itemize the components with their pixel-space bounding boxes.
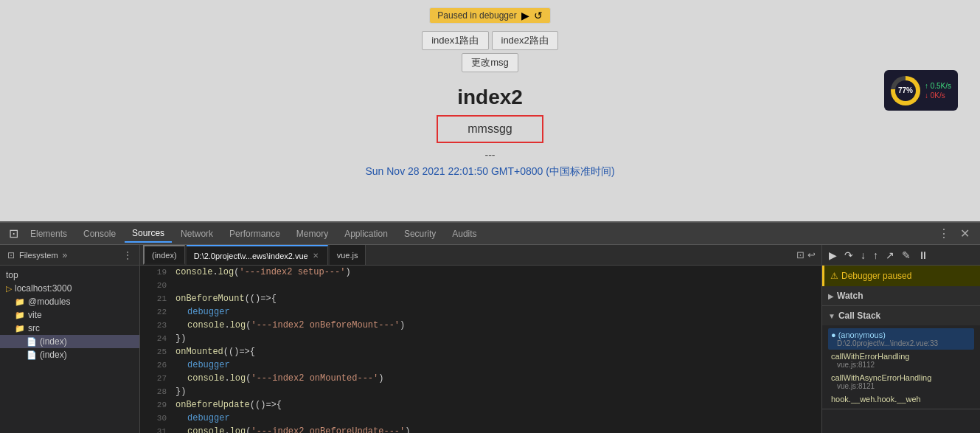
paused-banner: Paused in debugger ▶ ↺ (429, 7, 550, 24)
editor-tab-index[interactable]: (index) (143, 245, 185, 265)
timestamp: Sun Nov 28 2021 22:01:50 GMT+0800 (中国标准时… (365, 165, 614, 179)
watch-section: ▶ Watch (822, 286, 980, 306)
filesystem-label: Filesystem (16, 251, 61, 260)
call-stack-header[interactable]: ▼ Call Stack (822, 306, 980, 325)
code-line-26: 26 debugger (140, 358, 821, 372)
tab-application[interactable]: Application (337, 226, 395, 242)
sidebar-expand-icon[interactable]: » (61, 249, 69, 262)
code-line-20: 20 (140, 279, 821, 292)
code-line-29: 29 onBeforeUpdate(()=>{ (140, 398, 821, 412)
code-line-23: 23 console.log('---index2 onBeforeMount-… (140, 319, 821, 332)
tree-item-vite[interactable]: 📁 vite (0, 308, 139, 322)
network-circle: 77% (891, 76, 920, 105)
step-btn[interactable]: ↗ (883, 248, 897, 263)
code-line-31: 31 console.log('---index2 onBeforeUpdate… (140, 425, 821, 433)
update-msg-button[interactable]: 更改msg (462, 53, 518, 72)
tab-sources[interactable]: Sources (125, 225, 172, 243)
format-icon[interactable]: ⊡ (796, 249, 804, 260)
tree-item-index2[interactable]: 📄 (index) (0, 348, 139, 361)
code-line-22: 22 debugger (140, 305, 821, 319)
update-button-row: 更改msg (462, 53, 518, 72)
index1-route-button[interactable]: index1路由 (422, 31, 488, 50)
code-line-19: 19 console.log('---index2 setup---') (140, 266, 821, 279)
call-stack-item-callwithasync[interactable]: callWithAsyncErrorHandling vue.js:8121 (828, 371, 974, 392)
call-stack-section: ▼ Call Stack ● (anonymous) D:\2.0project… (822, 306, 980, 409)
resume-button[interactable]: ▶ (521, 10, 529, 21)
step-over-btn[interactable]: ↷ (842, 248, 855, 263)
wrap-icon[interactable]: ↩ (807, 249, 816, 260)
call-stack-label: Call Stack (838, 311, 880, 321)
debug-panel: ▶ ↷ ↓ ↑ ↗ ✎ ⏸ ⚠ Debugger paused ▶ Watch (821, 245, 980, 433)
debug-toolbar: ▶ ↷ ↓ ↑ ↗ ✎ ⏸ (822, 245, 980, 266)
tree-item-top[interactable]: top (0, 269, 139, 282)
watch-arrow-icon: ▶ (828, 292, 834, 300)
sidebar-header: ⊡ Filesystem » ⋮ (0, 245, 139, 266)
step-button[interactable]: ↺ (534, 10, 543, 21)
call-stack-arrow-icon: ▼ (828, 312, 835, 320)
devtools: ⊡ Elements Console Sources Network Perfo… (0, 221, 980, 433)
debugger-status: ⚠ Debugger paused (822, 266, 980, 286)
message-box: mmssgg (437, 115, 543, 143)
code-area: 19 console.log('---index2 setup---') 20 … (140, 266, 821, 433)
editor-tabs: (index) D:\2.0project\v...ews\index2.vue… (140, 245, 821, 266)
file-tree: top ▷ localhost:3000 📁 @modules 📁 vite 📁… (0, 266, 139, 433)
tab-close-icon[interactable]: ✕ (311, 252, 320, 260)
tab-security[interactable]: Security (397, 226, 443, 242)
call-stack-item-anonymous[interactable]: ● (anonymous) D:\2.0project\v...\index2.… (828, 328, 974, 350)
tree-item-modules[interactable]: 📁 @modules (0, 295, 139, 308)
editor-right-toolbar: ⊡ ↩ (793, 249, 819, 260)
file-sidebar: ⊡ Filesystem » ⋮ top ▷ localhost:3000 📁 … (0, 245, 140, 433)
code-line-27: 27 console.log('---index2 onMounted---') (140, 372, 821, 385)
separator: --- (485, 149, 496, 161)
page-title: index2 (457, 86, 523, 109)
code-line-21: 21 onBeforeMount(()=>{ (140, 292, 821, 305)
code-line-30: 30 debugger (140, 412, 821, 425)
nav-buttons-row: index1路由 index2路由 (422, 31, 558, 50)
devtools-more-icon[interactable]: ⋮ (934, 225, 954, 242)
watch-section-header[interactable]: ▶ Watch (822, 286, 980, 305)
sidebar-more-icon[interactable]: ⋮ (122, 249, 133, 262)
paused-text: Paused in debugger (437, 10, 516, 21)
devtools-main: ⊡ Filesystem » ⋮ top ▷ localhost:3000 📁 … (0, 245, 980, 433)
step-into-btn[interactable]: ↓ (858, 248, 868, 263)
tab-network[interactable]: Network (173, 226, 220, 242)
pause-exceptions-btn[interactable]: ⏸ (916, 248, 931, 263)
devtools-close-icon[interactable]: ✕ (956, 225, 974, 242)
browser-page: Paused in debugger ▶ ↺ index1路由 index2路由… (0, 0, 980, 221)
network-percent: 77% (895, 80, 916, 101)
call-stack-content: ● (anonymous) D:\2.0project\v...\index2.… (822, 325, 980, 409)
code-line-24: 24 }) (140, 332, 821, 345)
network-monitor: 77% ↑ 0.5K/s ↓ 0K/s (884, 70, 958, 111)
tab-elements[interactable]: Elements (23, 226, 74, 242)
upload-speed: ↑ 0.5K/s (925, 82, 951, 90)
network-speeds: ↑ 0.5K/s ↓ 0K/s (925, 82, 951, 100)
editor-tab-vuejs[interactable]: vue.js (330, 245, 366, 265)
index2-route-button[interactable]: index2路由 (492, 31, 558, 50)
tree-item-index1[interactable]: 📄 (index) (0, 335, 139, 348)
warning-icon: ⚠ (830, 271, 838, 281)
source-editor: (index) D:\2.0project\v...ews\index2.vue… (140, 245, 821, 433)
tab-console[interactable]: Console (76, 226, 123, 242)
tab-audits[interactable]: Audits (445, 226, 484, 242)
tab-performance[interactable]: Performance (222, 226, 288, 242)
code-line-28: 28 }) (140, 385, 821, 398)
tree-item-localhost[interactable]: ▷ localhost:3000 (0, 282, 139, 295)
edit-breakpoints-btn[interactable]: ✎ (900, 248, 913, 263)
editor-tab-index2vue[interactable]: D:\2.0project\v...ews\index2.vue ✕ (187, 245, 328, 265)
devtools-tabbar: ⊡ Elements Console Sources Network Perfo… (0, 223, 980, 245)
call-stack-item-callwitherror[interactable]: callWithErrorHandling vue.js:8112 (828, 350, 974, 371)
step-out-btn[interactable]: ↑ (871, 248, 880, 263)
tree-item-src[interactable]: 📁 src (0, 322, 139, 335)
code-line-25: 25 onMounted(()=>{ (140, 345, 821, 358)
download-speed: ↓ 0K/s (925, 91, 951, 100)
call-stack-item-hook[interactable]: hook.__weh.hook.__weh (828, 392, 974, 406)
resume-debug-btn[interactable]: ▶ (827, 248, 839, 263)
tab-memory[interactable]: Memory (289, 226, 336, 242)
devtools-cursor-icon[interactable]: ⊡ (6, 225, 21, 242)
sidebar-nav-icon[interactable]: ⊡ (6, 249, 16, 262)
debugger-status-text: Debugger paused (841, 271, 911, 281)
watch-label: Watch (837, 291, 863, 301)
